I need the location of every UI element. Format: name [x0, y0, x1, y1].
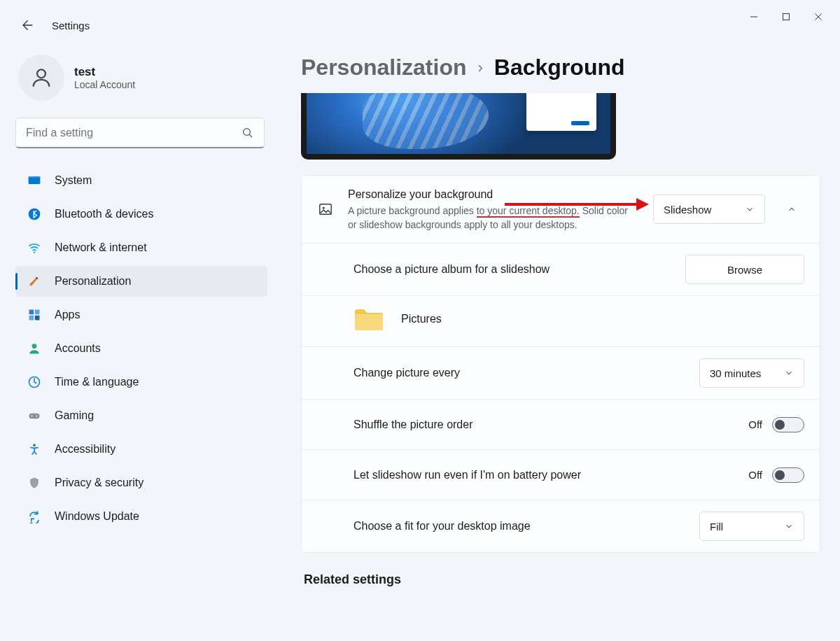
svg-point-15	[32, 344, 37, 348]
desktop-preview	[301, 93, 616, 160]
album-folder-name: Pictures	[401, 313, 442, 325]
title-bar	[0, 0, 840, 34]
svg-point-9	[29, 209, 41, 220]
nav-label: Accounts	[55, 342, 101, 355]
update-icon	[27, 509, 42, 524]
dropdown-value: 30 minutes	[710, 367, 761, 379]
user-block[interactable]: test Local Account	[15, 55, 267, 101]
row-change-interval: Change picture every 30 minutes	[302, 347, 820, 400]
toggle-state-label: Off	[748, 469, 762, 481]
svg-rect-1	[783, 14, 790, 20]
nav-label: Network & internet	[55, 241, 147, 254]
fit-dropdown[interactable]: Fill	[699, 512, 804, 541]
search-input[interactable]	[26, 127, 241, 139]
nav-label: Personalization	[55, 275, 131, 288]
user-account-type: Local Account	[74, 79, 135, 90]
related-settings-heading: Related settings	[301, 572, 820, 587]
apps-icon	[27, 307, 42, 323]
breadcrumb-parent[interactable]: Personalization	[301, 55, 467, 80]
svg-point-5	[244, 128, 251, 135]
selected-album-row[interactable]: Pictures	[302, 296, 820, 347]
bluetooth-icon	[27, 206, 42, 222]
nav-label: Privacy & security	[55, 477, 144, 489]
battery-toggle[interactable]	[772, 467, 804, 483]
svg-rect-14	[35, 316, 40, 320]
nav-label: Accessibility	[55, 443, 115, 456]
nav-label: Apps	[55, 309, 80, 321]
nav-label: System	[55, 174, 92, 187]
content-area: Personalization › Background Personalize…	[301, 55, 820, 641]
toggle-state-label: Off	[748, 418, 762, 430]
gamepad-icon	[27, 408, 42, 423]
svg-point-18	[31, 415, 33, 416]
svg-point-4	[37, 69, 46, 78]
nav-gaming[interactable]: Gaming	[15, 400, 267, 431]
chevron-right-icon: ›	[478, 59, 483, 77]
svg-rect-8	[29, 176, 41, 178]
svg-line-6	[249, 134, 252, 137]
chevron-down-icon	[784, 368, 794, 378]
dropdown-value: Slideshow	[664, 204, 711, 216]
avatar	[18, 55, 64, 101]
chevron-up-icon	[787, 204, 797, 214]
accessibility-icon	[27, 442, 42, 457]
settings-card: Personalize your background A picture ba…	[301, 175, 820, 553]
svg-point-19	[36, 415, 37, 416]
row-shuffle: Shuffle the picture order Off	[302, 400, 820, 450]
background-type-dropdown[interactable]: Slideshow	[653, 195, 765, 224]
nav-accessibility[interactable]: Accessibility	[15, 434, 267, 465]
breadcrumb-current: Background	[494, 55, 625, 80]
paintbrush-icon	[27, 274, 42, 289]
nav-windows-update[interactable]: Windows Update	[15, 501, 267, 532]
dropdown-value: Fill	[710, 521, 723, 533]
svg-point-20	[33, 444, 36, 446]
svg-point-22	[323, 207, 325, 209]
minimize-button[interactable]	[738, 6, 770, 28]
shuffle-toggle[interactable]	[772, 417, 804, 432]
expand-collapse-button[interactable]	[779, 204, 804, 214]
top-bar: Settings	[18, 17, 90, 34]
person-icon	[27, 341, 42, 356]
back-button[interactable]	[18, 17, 35, 34]
nav-list: System Bluetooth & devices Network & int…	[15, 165, 267, 532]
row-title: Change picture every	[354, 365, 685, 381]
search-icon	[241, 127, 254, 139]
nav-personalization[interactable]: Personalization	[15, 266, 267, 297]
row-title: Shuffle the picture order	[354, 417, 734, 432]
row-title: Choose a picture album for a slideshow	[354, 262, 671, 277]
picture-icon	[317, 201, 334, 218]
row-personalize-background: Personalize your background A picture ba…	[302, 176, 820, 244]
nav-bluetooth[interactable]: Bluetooth & devices	[15, 199, 267, 230]
svg-rect-17	[29, 414, 40, 419]
sidebar: test Local Account System Bluetooth & de…	[15, 55, 267, 532]
nav-label: Time & language	[55, 376, 139, 388]
app-title: Settings	[52, 20, 90, 31]
chevron-down-icon	[784, 521, 794, 531]
maximize-button[interactable]	[770, 6, 802, 28]
interval-dropdown[interactable]: 30 minutes	[699, 358, 804, 388]
nav-privacy[interactable]: Privacy & security	[15, 467, 267, 498]
nav-label: Windows Update	[55, 510, 139, 523]
nav-system[interactable]: System	[15, 165, 267, 196]
nav-apps[interactable]: Apps	[15, 300, 267, 330]
nav-accounts[interactable]: Accounts	[15, 333, 267, 364]
breadcrumb: Personalization › Background	[301, 55, 820, 80]
svg-rect-12	[35, 310, 40, 315]
svg-rect-11	[29, 310, 34, 315]
browse-button[interactable]: Browse	[685, 255, 804, 284]
search-box[interactable]	[15, 118, 265, 148]
globe-clock-icon	[27, 374, 42, 390]
row-choose-album: Choose a picture album for a slideshow B…	[302, 244, 820, 296]
svg-rect-21	[320, 204, 332, 215]
folder-icon	[354, 306, 384, 332]
nav-network[interactable]: Network & internet	[15, 232, 267, 263]
svg-point-10	[34, 252, 35, 253]
close-button[interactable]	[802, 6, 834, 28]
row-title: Let slideshow run even if I'm on battery…	[354, 467, 734, 483]
row-title: Personalize your background	[348, 187, 639, 202]
user-name: test	[74, 65, 135, 79]
nav-label: Gaming	[55, 409, 94, 422]
row-description: A picture background applies to your cur…	[348, 204, 639, 232]
nav-time-language[interactable]: Time & language	[15, 367, 267, 397]
system-icon	[27, 173, 42, 188]
